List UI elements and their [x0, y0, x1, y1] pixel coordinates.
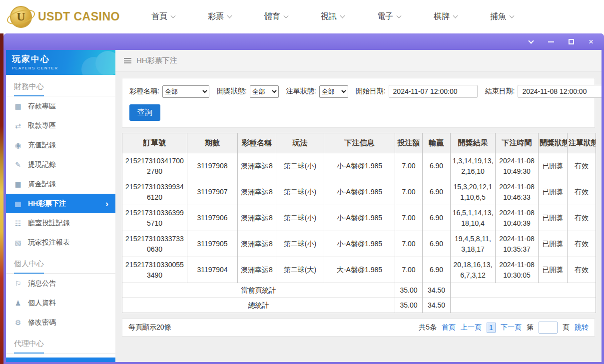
sidebar-item-announcements[interactable]: ⚐消息公告	[6, 274, 115, 293]
window-close-button[interactable]: ×	[587, 38, 595, 46]
sidebar-item-recharge-records[interactable]: ◉充值記錄	[6, 135, 115, 155]
window-minimize-button[interactable]	[547, 38, 555, 46]
app-window: × 玩家中心 PLAYERS CENTER 財務中心▤存款專區⇄取款專區◉充值記…	[3, 33, 604, 364]
sidebar-item-label: 充值記錄	[28, 141, 56, 150]
summary-bet-total: 35.00	[395, 283, 423, 298]
sidebar-item-hh-lottery-bets[interactable]: ▥HH彩票下注›	[6, 194, 115, 213]
table-cell: 2024-11-08 10:40:39	[496, 205, 539, 231]
cashout-records-icon: ✎	[13, 161, 23, 169]
hh-lottery-bets-icon: ▥	[13, 200, 23, 208]
menu-icon[interactable]	[124, 58, 131, 63]
end-date-label: 結束日期:	[485, 87, 515, 96]
pagination-bar: 每頁顯示20條 共5条 首页 上一页 1 下一页 第 页 跳转	[122, 319, 595, 337]
chevron-down-icon	[340, 13, 345, 18]
summary-row: 總統計35.0034.50	[122, 298, 596, 313]
sidebar-section: 財務中心▤存款專區⇄取款專區◉充值記錄✎提現記錄▦資金記錄▥HH彩票下注›☷廳室…	[6, 75, 115, 252]
nav-item-label: 棋牌	[434, 11, 450, 22]
table-cell: 2152173103300553490	[122, 257, 187, 283]
draw-status-select[interactable]: 全部	[250, 85, 279, 98]
summary-empty	[451, 283, 596, 298]
column-header: 開獎狀態	[539, 133, 568, 153]
prev-page-link[interactable]: 上一页	[461, 323, 482, 332]
page-size-text: 每頁顯示20條	[128, 323, 171, 332]
order-status-select[interactable]: 全部	[319, 85, 348, 98]
jump-page-input[interactable]	[539, 322, 558, 334]
table-row: 215217310333733063031197905澳洲幸运8第二球(小)小-…	[122, 231, 596, 257]
nav-item-label: 首頁	[151, 11, 167, 22]
nav-item-2[interactable]: 體育	[264, 11, 288, 22]
table-cell: 有效	[568, 153, 596, 179]
sidebar-item-deposit-area[interactable]: ▤存款專區	[6, 96, 115, 116]
sidebar-item-label: 提現記錄	[28, 160, 56, 169]
sidebar-section-label-text: 代理中心	[14, 339, 44, 354]
sidebar-item-funds-records[interactable]: ▦資金記錄	[6, 174, 115, 194]
end-date-input[interactable]	[518, 85, 602, 98]
table-cell: 有效	[568, 205, 596, 231]
nav-item-0[interactable]: 首頁	[151, 11, 175, 22]
window-maximize-button[interactable]	[567, 38, 575, 46]
sidebar-section: 個人中心⚐消息公告♟個人資料⚙修改密碼	[6, 252, 115, 332]
pagination-controls: 共5条 首页 上一页 1 下一页 第 页 跳转	[419, 322, 589, 334]
table-row: 215217310336399571031197906澳洲幸运8第二球(小)小-…	[122, 205, 596, 231]
table-cell: 7.00	[395, 231, 423, 257]
table-cell: 已開獎	[539, 153, 568, 179]
current-page[interactable]: 1	[487, 323, 496, 333]
table-cell: 7.00	[395, 257, 423, 283]
next-page-link[interactable]: 下一页	[501, 323, 522, 332]
table-cell: 1,3,14,19,13,2,16,10	[451, 153, 496, 179]
lottery-select[interactable]: 全部	[162, 85, 209, 98]
column-header: 投注額	[395, 133, 423, 153]
table-cell: 20,18,16,13,6,7,3,12	[451, 257, 496, 283]
sidebar-item-player-bet-report[interactable]: ▧玩家投注報表	[6, 233, 115, 252]
nav-item-4[interactable]: 電子	[377, 11, 401, 22]
sidebar-item-hall-bet-records[interactable]: ☷廳室投註記錄	[6, 213, 115, 233]
window-collapse-button[interactable]	[527, 38, 535, 46]
jump-link[interactable]: 跳转	[575, 323, 589, 332]
jump-label-suffix: 页	[563, 323, 570, 332]
sidebar-section-label-text: 個人中心	[14, 259, 44, 274]
nav-item-label: 體育	[264, 11, 280, 22]
query-button[interactable]: 查詢	[129, 104, 160, 121]
jump-label-prefix: 第	[527, 323, 534, 332]
sidebar-item-change-password[interactable]: ⚙修改密碼	[6, 313, 115, 332]
table-cell: 2152173103399346120	[122, 179, 187, 205]
start-date-input[interactable]	[389, 85, 478, 98]
table-cell: 澳洲幸运8	[238, 257, 276, 283]
table-cell: 第二球(小)	[276, 179, 324, 205]
end-date-filter: 結束日期:	[485, 85, 602, 98]
main-nav: 首頁彩票體育視訊電子棋牌捕魚	[151, 11, 514, 22]
sidebar-item-partial[interactable]	[6, 358, 115, 362]
table-cell: 2024-11-08 10:35:37	[496, 231, 539, 257]
chevron-down-icon	[284, 13, 289, 18]
sidebar-item-profile[interactable]: ♟個人資料	[6, 293, 115, 313]
sidebar-item-withdraw-area[interactable]: ⇄取款專區	[6, 116, 115, 135]
column-header: 輸贏	[423, 133, 451, 153]
nav-item-5[interactable]: 棋牌	[434, 11, 457, 22]
nav-item-1[interactable]: 彩票	[208, 11, 231, 22]
summary-row: 當前頁統計35.0034.50	[122, 283, 596, 298]
nav-item-label: 視訊	[321, 11, 337, 22]
logo-text: USDT CASINO	[38, 10, 120, 23]
chevron-down-icon	[227, 13, 232, 18]
column-header: 注單狀態	[568, 133, 596, 153]
sidebar-subtitle: PLAYERS CENTER	[12, 66, 109, 70]
first-page-link[interactable]: 首页	[442, 323, 456, 332]
column-header: 開獎結果	[451, 133, 496, 153]
sidebar: 玩家中心 PLAYERS CENTER 財務中心▤存款專區⇄取款專區◉充值記錄✎…	[6, 50, 115, 362]
table-cell: 澳洲幸运8	[238, 205, 276, 231]
table-cell: 有效	[568, 179, 596, 205]
nav-item-3[interactable]: 視訊	[321, 11, 344, 22]
table-cell: 31197905	[187, 231, 238, 257]
sidebar-section-label: 個人中心	[6, 252, 115, 274]
table-cell: 31197904	[187, 257, 238, 283]
change-password-icon: ⚙	[13, 319, 23, 327]
table-cell: 第二球(小)	[276, 205, 324, 231]
breadcrumb: HH彩票下注	[115, 50, 602, 72]
site-logo[interactable]: U USDT CASINO	[10, 6, 122, 28]
bets-table: 訂單號期數彩種名稱玩法下注信息投注額輸贏開獎結果下注時間開獎狀態注單狀態2152…	[122, 133, 596, 313]
table-cell: 7.00	[395, 205, 423, 231]
sidebar-item-label: 修改密碼	[28, 318, 56, 327]
nav-item-6[interactable]: 捕魚	[490, 11, 514, 22]
chevron-right-icon: ›	[105, 199, 108, 208]
sidebar-item-cashout-records[interactable]: ✎提現記錄	[6, 155, 115, 174]
